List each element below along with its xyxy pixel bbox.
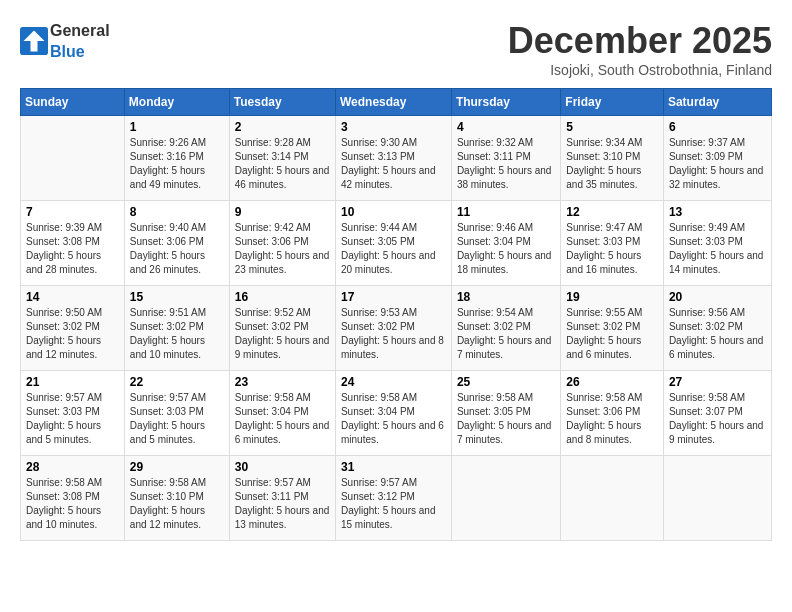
day-info: Sunrise: 9:56 AM Sunset: 3:02 PM Dayligh… xyxy=(669,306,766,362)
day-info: Sunrise: 9:58 AM Sunset: 3:08 PM Dayligh… xyxy=(26,476,119,532)
calendar-cell: 11Sunrise: 9:46 AM Sunset: 3:04 PM Dayli… xyxy=(451,201,560,286)
calendar-cell: 5Sunrise: 9:34 AM Sunset: 3:10 PM Daylig… xyxy=(561,116,664,201)
calendar-cell: 10Sunrise: 9:44 AM Sunset: 3:05 PM Dayli… xyxy=(335,201,451,286)
logo: General Blue xyxy=(20,20,110,62)
calendar-cell: 16Sunrise: 9:52 AM Sunset: 3:02 PM Dayli… xyxy=(229,286,335,371)
calendar-cell: 27Sunrise: 9:58 AM Sunset: 3:07 PM Dayli… xyxy=(663,371,771,456)
day-number: 18 xyxy=(457,290,555,304)
day-info: Sunrise: 9:30 AM Sunset: 3:13 PM Dayligh… xyxy=(341,136,446,192)
day-info: Sunrise: 9:58 AM Sunset: 3:04 PM Dayligh… xyxy=(235,391,330,447)
logo-icon xyxy=(20,27,48,55)
calendar-week-row: 28Sunrise: 9:58 AM Sunset: 3:08 PM Dayli… xyxy=(21,456,772,541)
day-number: 25 xyxy=(457,375,555,389)
day-number: 31 xyxy=(341,460,446,474)
calendar-cell: 24Sunrise: 9:58 AM Sunset: 3:04 PM Dayli… xyxy=(335,371,451,456)
calendar-cell: 14Sunrise: 9:50 AM Sunset: 3:02 PM Dayli… xyxy=(21,286,125,371)
title-block: December 2025 Isojoki, South Ostrobothni… xyxy=(508,20,772,78)
day-info: Sunrise: 9:28 AM Sunset: 3:14 PM Dayligh… xyxy=(235,136,330,192)
day-info: Sunrise: 9:26 AM Sunset: 3:16 PM Dayligh… xyxy=(130,136,224,192)
day-info: Sunrise: 9:42 AM Sunset: 3:06 PM Dayligh… xyxy=(235,221,330,277)
calendar-cell xyxy=(561,456,664,541)
calendar-cell: 9Sunrise: 9:42 AM Sunset: 3:06 PM Daylig… xyxy=(229,201,335,286)
day-number: 20 xyxy=(669,290,766,304)
calendar-cell: 22Sunrise: 9:57 AM Sunset: 3:03 PM Dayli… xyxy=(124,371,229,456)
calendar-cell: 2Sunrise: 9:28 AM Sunset: 3:14 PM Daylig… xyxy=(229,116,335,201)
calendar-cell: 31Sunrise: 9:57 AM Sunset: 3:12 PM Dayli… xyxy=(335,456,451,541)
day-number: 19 xyxy=(566,290,658,304)
day-info: Sunrise: 9:54 AM Sunset: 3:02 PM Dayligh… xyxy=(457,306,555,362)
calendar-cell: 8Sunrise: 9:40 AM Sunset: 3:06 PM Daylig… xyxy=(124,201,229,286)
day-info: Sunrise: 9:53 AM Sunset: 3:02 PM Dayligh… xyxy=(341,306,446,362)
day-number: 1 xyxy=(130,120,224,134)
day-number: 5 xyxy=(566,120,658,134)
page-header: General Blue December 2025 Isojoki, Sout… xyxy=(20,20,772,78)
month-title: December 2025 xyxy=(508,20,772,62)
calendar-cell: 7Sunrise: 9:39 AM Sunset: 3:08 PM Daylig… xyxy=(21,201,125,286)
day-info: Sunrise: 9:32 AM Sunset: 3:11 PM Dayligh… xyxy=(457,136,555,192)
calendar-cell: 13Sunrise: 9:49 AM Sunset: 3:03 PM Dayli… xyxy=(663,201,771,286)
calendar-cell: 20Sunrise: 9:56 AM Sunset: 3:02 PM Dayli… xyxy=(663,286,771,371)
calendar-cell: 21Sunrise: 9:57 AM Sunset: 3:03 PM Dayli… xyxy=(21,371,125,456)
logo-blue: Blue xyxy=(50,43,85,60)
day-info: Sunrise: 9:39 AM Sunset: 3:08 PM Dayligh… xyxy=(26,221,119,277)
day-number: 15 xyxy=(130,290,224,304)
weekday-header-monday: Monday xyxy=(124,89,229,116)
weekday-header-sunday: Sunday xyxy=(21,89,125,116)
day-number: 21 xyxy=(26,375,119,389)
day-info: Sunrise: 9:34 AM Sunset: 3:10 PM Dayligh… xyxy=(566,136,658,192)
day-number: 7 xyxy=(26,205,119,219)
day-info: Sunrise: 9:58 AM Sunset: 3:06 PM Dayligh… xyxy=(566,391,658,447)
day-info: Sunrise: 9:58 AM Sunset: 3:07 PM Dayligh… xyxy=(669,391,766,447)
day-number: 23 xyxy=(235,375,330,389)
day-number: 4 xyxy=(457,120,555,134)
day-info: Sunrise: 9:55 AM Sunset: 3:02 PM Dayligh… xyxy=(566,306,658,362)
calendar-cell: 15Sunrise: 9:51 AM Sunset: 3:02 PM Dayli… xyxy=(124,286,229,371)
calendar-cell: 1Sunrise: 9:26 AM Sunset: 3:16 PM Daylig… xyxy=(124,116,229,201)
day-number: 12 xyxy=(566,205,658,219)
day-info: Sunrise: 9:46 AM Sunset: 3:04 PM Dayligh… xyxy=(457,221,555,277)
day-number: 2 xyxy=(235,120,330,134)
day-number: 9 xyxy=(235,205,330,219)
calendar-cell: 26Sunrise: 9:58 AM Sunset: 3:06 PM Dayli… xyxy=(561,371,664,456)
calendar-cell: 18Sunrise: 9:54 AM Sunset: 3:02 PM Dayli… xyxy=(451,286,560,371)
day-info: Sunrise: 9:58 AM Sunset: 3:05 PM Dayligh… xyxy=(457,391,555,447)
day-number: 22 xyxy=(130,375,224,389)
calendar-week-row: 14Sunrise: 9:50 AM Sunset: 3:02 PM Dayli… xyxy=(21,286,772,371)
day-number: 8 xyxy=(130,205,224,219)
day-info: Sunrise: 9:52 AM Sunset: 3:02 PM Dayligh… xyxy=(235,306,330,362)
calendar-week-row: 1Sunrise: 9:26 AM Sunset: 3:16 PM Daylig… xyxy=(21,116,772,201)
day-number: 26 xyxy=(566,375,658,389)
day-number: 11 xyxy=(457,205,555,219)
calendar-week-row: 7Sunrise: 9:39 AM Sunset: 3:08 PM Daylig… xyxy=(21,201,772,286)
calendar-cell: 30Sunrise: 9:57 AM Sunset: 3:11 PM Dayli… xyxy=(229,456,335,541)
calendar-cell: 23Sunrise: 9:58 AM Sunset: 3:04 PM Dayli… xyxy=(229,371,335,456)
weekday-header-saturday: Saturday xyxy=(663,89,771,116)
weekday-header-tuesday: Tuesday xyxy=(229,89,335,116)
calendar-cell xyxy=(21,116,125,201)
day-info: Sunrise: 9:57 AM Sunset: 3:12 PM Dayligh… xyxy=(341,476,446,532)
day-number: 27 xyxy=(669,375,766,389)
day-number: 17 xyxy=(341,290,446,304)
day-number: 10 xyxy=(341,205,446,219)
day-number: 28 xyxy=(26,460,119,474)
day-info: Sunrise: 9:57 AM Sunset: 3:11 PM Dayligh… xyxy=(235,476,330,532)
day-number: 13 xyxy=(669,205,766,219)
calendar-cell xyxy=(451,456,560,541)
day-number: 24 xyxy=(341,375,446,389)
day-info: Sunrise: 9:51 AM Sunset: 3:02 PM Dayligh… xyxy=(130,306,224,362)
day-info: Sunrise: 9:57 AM Sunset: 3:03 PM Dayligh… xyxy=(130,391,224,447)
day-info: Sunrise: 9:44 AM Sunset: 3:05 PM Dayligh… xyxy=(341,221,446,277)
day-info: Sunrise: 9:47 AM Sunset: 3:03 PM Dayligh… xyxy=(566,221,658,277)
day-info: Sunrise: 9:49 AM Sunset: 3:03 PM Dayligh… xyxy=(669,221,766,277)
day-info: Sunrise: 9:58 AM Sunset: 3:10 PM Dayligh… xyxy=(130,476,224,532)
calendar-cell: 12Sunrise: 9:47 AM Sunset: 3:03 PM Dayli… xyxy=(561,201,664,286)
day-info: Sunrise: 9:50 AM Sunset: 3:02 PM Dayligh… xyxy=(26,306,119,362)
calendar-cell: 17Sunrise: 9:53 AM Sunset: 3:02 PM Dayli… xyxy=(335,286,451,371)
day-info: Sunrise: 9:37 AM Sunset: 3:09 PM Dayligh… xyxy=(669,136,766,192)
weekday-header-row: SundayMondayTuesdayWednesdayThursdayFrid… xyxy=(21,89,772,116)
calendar-week-row: 21Sunrise: 9:57 AM Sunset: 3:03 PM Dayli… xyxy=(21,371,772,456)
day-number: 6 xyxy=(669,120,766,134)
day-info: Sunrise: 9:58 AM Sunset: 3:04 PM Dayligh… xyxy=(341,391,446,447)
day-number: 30 xyxy=(235,460,330,474)
logo-general: General xyxy=(50,22,110,39)
